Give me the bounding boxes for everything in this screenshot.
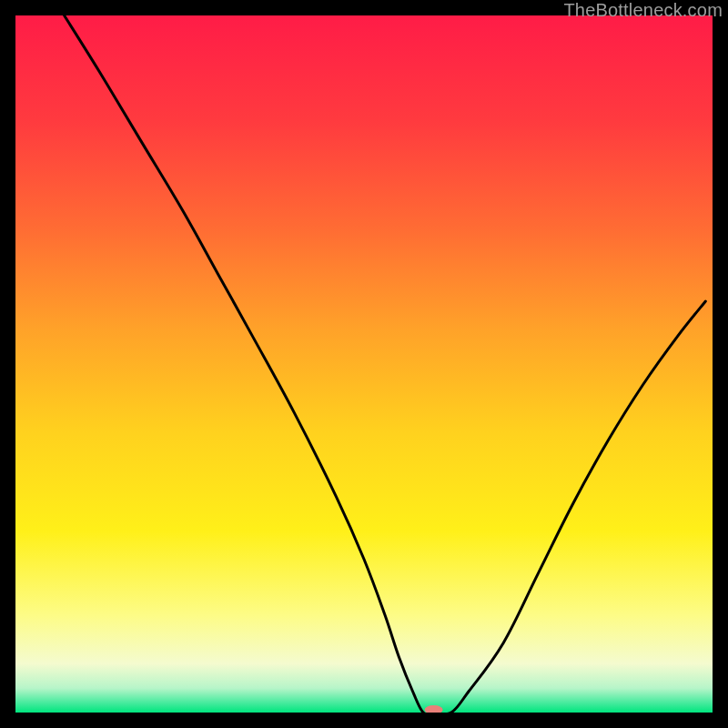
attribution-text: TheBottleneck.com	[563, 0, 723, 21]
bottleneck-plot	[15, 15, 713, 713]
chart-stage: TheBottleneck.com	[0, 0, 728, 728]
gradient-background	[15, 15, 713, 713]
